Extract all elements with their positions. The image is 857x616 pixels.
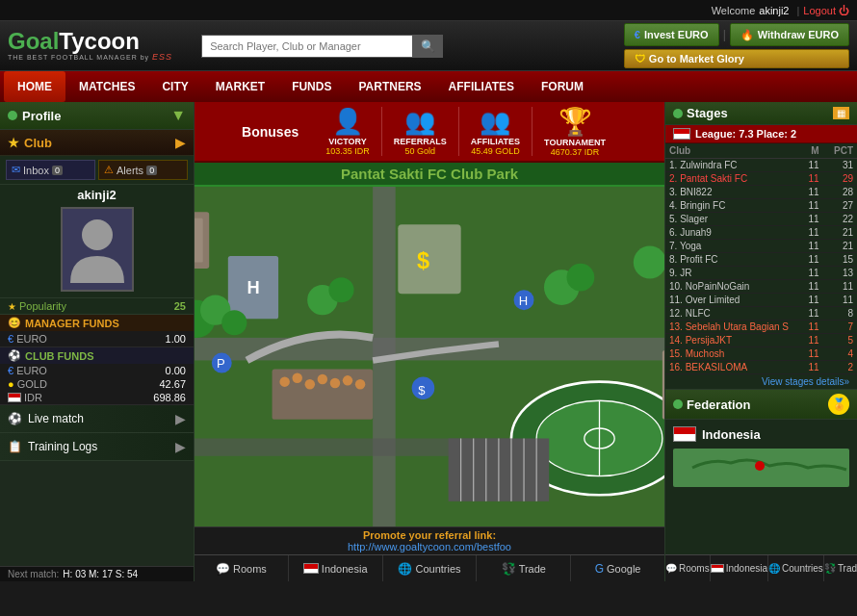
- promote-text: Promote your referral link:: [202, 529, 657, 541]
- standing-club: NoPainNoGain: [686, 281, 750, 292]
- nav-matches[interactable]: MATCHES: [65, 71, 148, 102]
- standing-pct: 7: [823, 321, 857, 334]
- table-row[interactable]: 9. JR 11 13: [665, 267, 857, 280]
- standing-pos: 6.: [669, 227, 677, 238]
- svg-text:H: H: [247, 277, 259, 297]
- live-match-button[interactable]: ⚽ Live match ▶: [0, 405, 194, 433]
- header-separator: |: [723, 23, 726, 46]
- tab-google[interactable]: G Google: [571, 555, 664, 581]
- standing-club: JR: [680, 268, 691, 278]
- federation-header[interactable]: Federation 🏅: [665, 390, 857, 420]
- logo[interactable]: GoalTycoon THE BEST FOOTBALL MANAGER by …: [8, 30, 172, 62]
- referrals-bonus[interactable]: 👥 REFERRALS 50 Gold: [382, 107, 459, 156]
- svg-point-46: [343, 375, 352, 385]
- search-input[interactable]: [201, 35, 413, 58]
- alerts-button[interactable]: ⚠ Alerts 0: [98, 160, 188, 180]
- standing-club: PersijaJKT: [686, 335, 732, 346]
- logout-button[interactable]: Logout ⏻: [803, 5, 849, 16]
- svg-rect-48: [662, 350, 664, 420]
- club-euro-label: € EURO: [8, 365, 47, 376]
- table-row[interactable]: 6. Junah9 11 21: [665, 226, 857, 240]
- standing-pos: 14.: [669, 335, 683, 346]
- standing-pos: 2.: [669, 173, 677, 184]
- nav-forum[interactable]: FORUM: [528, 71, 597, 102]
- tab-countries[interactable]: 🌐 Countries: [383, 555, 478, 581]
- table-row[interactable]: 1. Zulwindra FC 11 31: [665, 159, 857, 172]
- alerts-label: Alerts: [117, 165, 143, 176]
- svg-text:P: P: [217, 356, 225, 371]
- nav-affiliates[interactable]: AFFILIATES: [435, 71, 528, 102]
- avatar-silhouette: [70, 216, 124, 283]
- standing-pct: 22: [823, 213, 857, 226]
- nav-city[interactable]: CITY: [148, 71, 201, 102]
- club-euro-amount: 0.00: [166, 365, 186, 376]
- fed-tab-trade[interactable]: 💱 Trade: [824, 555, 857, 581]
- standing-pct: 15: [823, 253, 857, 267]
- table-row[interactable]: 8. Profit FC 11 15: [665, 253, 857, 267]
- nav-partners[interactable]: PARTNERS: [345, 71, 434, 102]
- bonuses-bar: Bonuses 👤 VICTORY 103.35 IDR 👥 REFERRALS…: [195, 102, 664, 163]
- training-logs-label: Training Logs: [28, 440, 97, 453]
- profile-label: Profile: [22, 109, 61, 123]
- table-row[interactable]: 10. NoPainNoGain 11 11: [665, 280, 857, 294]
- standing-m: 11: [799, 186, 822, 199]
- view-stages-link[interactable]: View stages details»: [665, 374, 857, 390]
- username-label: akinji2: [0, 185, 194, 205]
- alerts-badge: 0: [146, 166, 157, 175]
- avatar: [61, 207, 134, 292]
- market-button[interactable]: 🛡 Go to Market Glory: [624, 49, 849, 68]
- tab-indonesia[interactable]: Indonesia: [289, 555, 383, 581]
- table-row[interactable]: 13. Sebelah Utara Bagian S 11 7: [665, 321, 857, 334]
- referrals-icon: 👥: [404, 107, 435, 137]
- fed-tab-countries[interactable]: 🌐 Countries: [768, 555, 824, 581]
- tournament-bonus[interactable]: 🏆 TOURNAMENT 4670.37 IDR: [532, 106, 617, 157]
- idn-flag-small: [711, 564, 724, 573]
- table-row[interactable]: 3. BNI822 11 28: [665, 186, 857, 199]
- stages-header[interactable]: Stages ▦: [665, 102, 857, 125]
- next-match-label: Next match:: [8, 569, 59, 579]
- popularity-label: ★ Popularity: [8, 300, 66, 312]
- table-row[interactable]: 12. NLFC 11 8: [665, 307, 857, 321]
- inbox-button[interactable]: ✉ Inbox 0: [6, 160, 95, 180]
- nav-funds[interactable]: FUNDS: [278, 71, 345, 102]
- fed-tab-indonesia[interactable]: Indonesia: [711, 555, 768, 581]
- standing-pos: 16.: [669, 362, 683, 372]
- victory-bonus[interactable]: 👤 VICTORY 103.35 IDR: [314, 107, 382, 156]
- search-container: 🔍: [201, 35, 443, 58]
- profile-header[interactable]: Profile ▼: [0, 102, 194, 130]
- svg-text:H: H: [519, 294, 528, 308]
- table-row[interactable]: 7. Yoga 11 21: [665, 240, 857, 253]
- nav-market[interactable]: MARKET: [202, 71, 278, 102]
- standing-pct: 5: [823, 334, 857, 347]
- nav-home[interactable]: HOME: [4, 71, 65, 102]
- affiliates-bonus[interactable]: 👥 AFFILIATES 45.49 GOLD: [459, 107, 532, 156]
- table-row[interactable]: 15. Muchosh 11 4: [665, 347, 857, 361]
- table-row[interactable]: 5. Slager 11 22: [665, 213, 857, 226]
- indonesia-flag-league: [673, 128, 690, 140]
- club-label: Club: [24, 136, 52, 150]
- tab-trade[interactable]: 💱 Trade: [477, 555, 571, 581]
- standing-pct: 8: [823, 307, 857, 321]
- invest-button[interactable]: € Invest EURO: [624, 23, 719, 46]
- standing-club: Junah9: [680, 227, 712, 238]
- profile-green-dot: [8, 111, 17, 120]
- club-header[interactable]: ★ Club ▶: [0, 130, 194, 156]
- standing-pos: 11.: [669, 295, 683, 305]
- standing-pct: 13: [823, 267, 857, 280]
- fed-tab-rooms[interactable]: 💬 Rooms: [665, 555, 711, 581]
- table-row[interactable]: 2. Pantat Sakti FC 11 29: [665, 172, 857, 186]
- withdraw-button[interactable]: 🔥 Withdraw EURO: [730, 23, 849, 46]
- svg-point-47: [355, 379, 365, 389]
- standing-pos: 7.: [669, 241, 677, 251]
- table-row[interactable]: 14. PersijaJKT 11 5: [665, 334, 857, 347]
- tab-rooms[interactable]: 💬 Rooms: [195, 555, 289, 581]
- table-row[interactable]: 11. Over Limited 11 11: [665, 294, 857, 307]
- standing-m: 11: [799, 253, 822, 267]
- table-row[interactable]: 16. BEKASILOMA 11 2: [665, 361, 857, 374]
- profile-chevron-icon: ▼: [170, 107, 186, 124]
- promote-link[interactable]: http://www.goaltycoon.com/bestfoo: [202, 541, 657, 552]
- standing-m: 11: [799, 267, 822, 280]
- training-logs-button[interactable]: 📋 Training Logs ▶: [0, 433, 194, 461]
- search-button[interactable]: 🔍: [413, 35, 443, 58]
- table-row[interactable]: 4. Bringin FC 11 27: [665, 199, 857, 213]
